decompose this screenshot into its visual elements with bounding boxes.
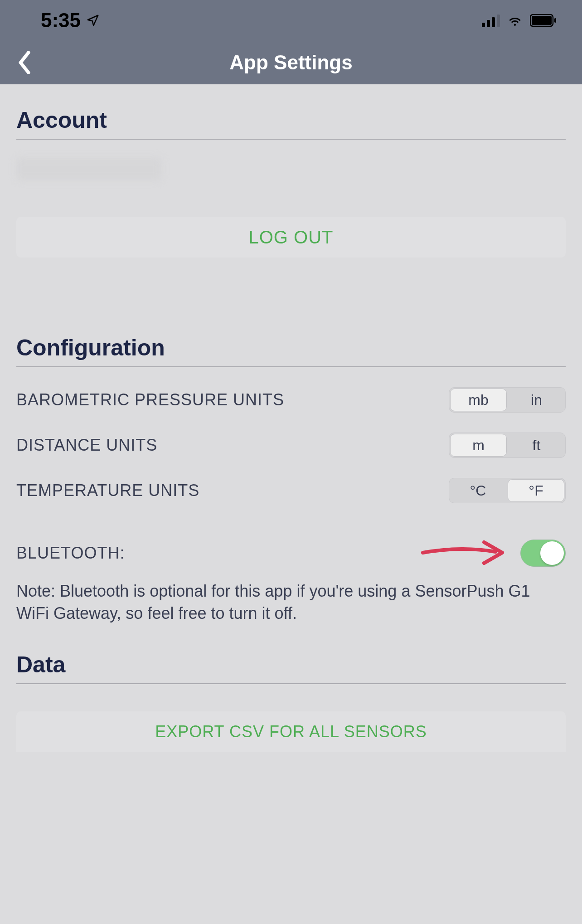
distance-option-ft[interactable]: ft: [509, 434, 564, 457]
account-email: [16, 158, 566, 190]
account-email-redacted: [16, 158, 161, 180]
export-csv-button[interactable]: EXPORT CSV FOR ALL SENSORS: [16, 711, 566, 752]
status-bar-left: 5:35: [41, 9, 100, 32]
page-title: App Settings: [0, 51, 582, 74]
status-time: 5:35: [41, 9, 81, 32]
svg-rect-1: [532, 16, 552, 25]
barometric-option-mb[interactable]: mb: [450, 389, 507, 411]
battery-icon: [530, 14, 557, 27]
nav-bar: App Settings: [0, 41, 582, 84]
bluetooth-toggle[interactable]: [520, 540, 566, 567]
temperature-option-f[interactable]: °F: [508, 479, 564, 502]
temperature-option-c[interactable]: °C: [450, 479, 506, 502]
account-section-title: Account: [16, 107, 566, 140]
bluetooth-note: Note: Bluetooth is optional for this app…: [16, 580, 566, 624]
distance-row: DISTANCE UNITS m ft: [16, 433, 566, 458]
configuration-section-title: Configuration: [16, 335, 566, 367]
barometric-label: BAROMETRIC PRESSURE UNITS: [16, 390, 284, 409]
temperature-label: TEMPERATURE UNITS: [16, 481, 199, 500]
location-icon: [86, 14, 100, 27]
wifi-icon: [506, 14, 524, 27]
bluetooth-label: BLUETOOTH:: [16, 544, 125, 563]
barometric-row: BAROMETRIC PRESSURE UNITS mb in: [16, 387, 566, 413]
barometric-segmented[interactable]: mb in: [449, 387, 566, 413]
bluetooth-toggle-knob: [540, 541, 564, 565]
distance-segmented[interactable]: m ft: [449, 433, 566, 458]
logout-button[interactable]: LOG OUT: [16, 217, 566, 258]
svg-rect-2: [554, 18, 556, 23]
distance-option-m[interactable]: m: [450, 434, 507, 457]
status-bar: 5:35: [0, 0, 582, 41]
barometric-option-in[interactable]: in: [509, 389, 564, 411]
distance-label: DISTANCE UNITS: [16, 436, 157, 455]
temperature-row: TEMPERATURE UNITS °C °F: [16, 478, 566, 503]
data-section-title: Data: [16, 652, 566, 684]
status-bar-right: [482, 14, 557, 27]
arrow-annotation-icon: [421, 537, 511, 569]
cellular-icon: [482, 14, 500, 27]
temperature-segmented[interactable]: °C °F: [449, 478, 566, 503]
back-button[interactable]: [11, 49, 38, 76]
